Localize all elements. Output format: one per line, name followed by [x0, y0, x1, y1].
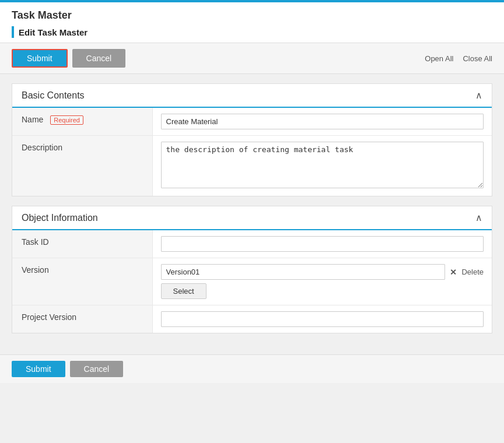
project-version-label-cell: Project Version — [12, 305, 152, 333]
top-toolbar: Submit Cancel Open All Close All — [0, 43, 504, 74]
project-version-value-cell — [152, 305, 492, 333]
version-input[interactable] — [161, 264, 446, 280]
app-header: Task Master Edit Task Master — [0, 2, 504, 43]
subtitle-text: Edit Task Master — [19, 27, 88, 37]
description-label: Description — [22, 143, 62, 152]
app-title: Task Master — [12, 9, 492, 22]
name-value-cell — [152, 108, 492, 136]
description-value-cell: the description of creating material tas… — [152, 136, 492, 196]
required-badge: Required — [50, 115, 83, 125]
object-information-title: Object Information — [22, 213, 98, 223]
object-information-header: Object Information ∧ — [12, 206, 492, 230]
project-version-input[interactable] — [161, 311, 484, 327]
close-all-button[interactable]: Close All — [463, 54, 492, 63]
name-row: Name Required — [12, 108, 492, 136]
description-row: Description the description of creating … — [12, 136, 492, 196]
name-label-cell: Name Required — [12, 108, 152, 136]
task-id-input[interactable] — [161, 236, 484, 252]
basic-contents-table: Name Required Description the descriptio… — [12, 108, 492, 196]
name-label: Name — [22, 115, 43, 124]
version-row: Version ✕ Delete Select — [12, 258, 492, 305]
description-textarea[interactable]: the description of creating material tas… — [161, 142, 484, 188]
version-label: Version — [22, 265, 49, 275]
open-all-button[interactable]: Open All — [425, 54, 453, 63]
task-id-label-cell: Task ID — [12, 230, 152, 258]
basic-contents-header: Basic Contents ∧ — [12, 84, 492, 108]
object-information-chevron[interactable]: ∧ — [475, 212, 482, 223]
name-input[interactable] — [161, 114, 484, 129]
cancel-button-bottom[interactable]: Cancel — [70, 361, 124, 377]
bottom-toolbar: Submit Cancel — [0, 354, 504, 383]
object-information-section: Object Information ∧ Task ID Version — [12, 206, 492, 333]
task-id-label: Task ID — [22, 237, 49, 247]
task-id-value-cell — [152, 230, 492, 258]
version-value-cell: ✕ Delete Select — [152, 258, 492, 305]
description-label-cell: Description — [12, 136, 152, 196]
toolbar-left: Submit Cancel — [12, 49, 125, 68]
delete-x-icon: ✕ — [450, 268, 457, 277]
select-button-wrapper: Select — [161, 283, 484, 299]
submit-button-bottom[interactable]: Submit — [12, 361, 65, 377]
delete-button[interactable]: Delete — [461, 268, 484, 276]
cancel-button-top[interactable]: Cancel — [72, 49, 126, 68]
subtitle-bar — [12, 26, 14, 38]
basic-contents-title: Basic Contents — [22, 90, 85, 101]
basic-contents-chevron[interactable]: ∧ — [475, 90, 482, 101]
project-version-label: Project Version — [22, 312, 76, 322]
version-label-cell: Version — [12, 258, 152, 305]
main-content: Basic Contents ∧ Name Required Descripti… — [0, 74, 504, 352]
version-input-row: ✕ Delete — [161, 264, 484, 280]
toolbar-right: Open All Close All — [425, 54, 492, 63]
project-version-row: Project Version — [12, 305, 492, 333]
task-id-row: Task ID — [12, 230, 492, 258]
page-subtitle: Edit Task Master — [12, 26, 492, 38]
object-information-table: Task ID Version ✕ Delete Sele — [12, 230, 492, 333]
basic-contents-section: Basic Contents ∧ Name Required Descripti… — [12, 83, 492, 196]
submit-button-top[interactable]: Submit — [12, 49, 68, 68]
select-button[interactable]: Select — [161, 283, 206, 299]
